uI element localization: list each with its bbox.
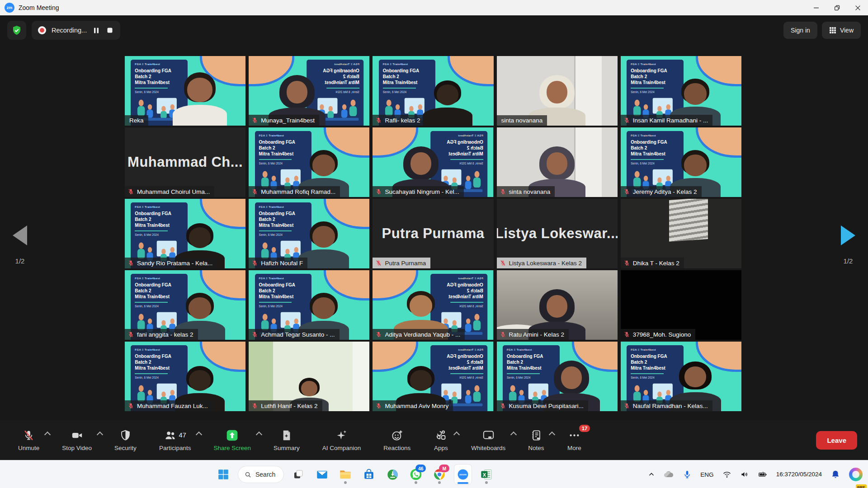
taskbar-file-explorer-icon[interactable]: [336, 464, 354, 485]
minimize-button[interactable]: [806, 0, 826, 15]
taskbar-microsoft-store-icon[interactable]: [360, 464, 378, 485]
security-button[interactable]: Security: [112, 428, 139, 452]
zoom-app-icon: zm: [5, 3, 14, 13]
participant-tile[interactable]: FGA ≡ Train4bestOnboarding FGA Batch 2Mi…: [373, 270, 493, 340]
muted-mic-icon: [500, 402, 506, 409]
meeting-security-shield-icon[interactable]: [7, 21, 26, 40]
hidden-icons-chevron[interactable]: [647, 470, 656, 479]
taskbar-whatsapp-icon[interactable]: 46: [407, 464, 425, 485]
unmute-button[interactable]: Unmute: [15, 428, 42, 452]
clock[interactable]: 16:37 20/05/2024: [775, 469, 823, 479]
camera-icon: [71, 429, 83, 441]
participant-tile[interactable]: FGA ≡ Train4bestOnboarding FGA Batch 2Mi…: [125, 342, 245, 411]
participant-tile[interactable]: FGA ≡ Train4bestOnboarding FGA Batch 2Mi…: [125, 270, 245, 340]
restore-button[interactable]: [826, 0, 847, 15]
participant-tile[interactable]: FGA ≡ Train4bestOnboarding FGA Batch 2Mi…: [373, 56, 493, 126]
ai-icon: [335, 429, 348, 441]
chevron-up-icon[interactable]: [510, 432, 517, 438]
participant-name-label: Hafizh Noufal F: [249, 258, 307, 268]
muted-mic-icon: [127, 331, 134, 338]
apps-button[interactable]: Apps: [430, 428, 451, 452]
share-icon: [226, 429, 238, 441]
participant-name-label: Muhammad Fauzan Luk...: [125, 400, 212, 411]
participant-tile[interactable]: sinta novanana: [497, 56, 618, 126]
chevron-up-icon[interactable]: [453, 432, 460, 438]
taskbar-task-view-icon[interactable]: [289, 464, 307, 485]
participant-gallery: FGA ≡ Train4bestOnboarding FGA Batch 2Mi…: [125, 56, 741, 411]
participant-tile[interactable]: Muhammad Ch...Muhammad Choirul Uma...: [125, 127, 245, 197]
participant-name-label: 37968_Moh. Sugiono: [621, 329, 695, 340]
shield-icon: [119, 429, 132, 441]
more-button[interactable]: 17More: [564, 428, 585, 452]
sign-in-button[interactable]: Sign in: [783, 22, 817, 39]
participant-tile[interactable]: Putra PurnamaPutra Purnama: [373, 199, 493, 268]
participant-tile[interactable]: FGA ≡ Train4bestOnboarding FGA Batch 2Mi…: [249, 127, 369, 197]
participant-tile[interactable]: Dhika T - Kelas 2: [621, 199, 741, 268]
stop-video-button[interactable]: Stop Video: [59, 428, 94, 452]
volume-icon[interactable]: [739, 469, 750, 480]
close-button[interactable]: [847, 0, 868, 15]
participant-tile[interactable]: FGA ≡ Train4bestOnboarding FGA Batch 2Mi…: [497, 342, 618, 411]
tray-time: 16:37: [776, 470, 792, 479]
participants-count: 47: [179, 432, 186, 439]
whiteboards-button[interactable]: Whiteboards: [468, 428, 508, 452]
next-page-button[interactable]: 1/2: [838, 225, 858, 265]
previous-page-button[interactable]: 1/2: [10, 225, 30, 265]
window-titlebar: zm Zoom Meeting: [0, 0, 868, 16]
recording-indicator: Recording...: [32, 21, 120, 40]
taskbar-chrome-icon[interactable]: M: [430, 464, 448, 485]
participant-name-label: Naufal Ramadhan - Kelas...: [621, 400, 712, 411]
summary-button[interactable]: Summary: [271, 428, 302, 452]
stop-recording-button[interactable]: [106, 26, 114, 34]
participant-name-label: Jeremy Aditya - Kelas 2: [621, 186, 702, 197]
chevron-up-icon[interactable]: [97, 432, 103, 438]
muted-mic-icon: [251, 402, 258, 409]
view-button[interactable]: View: [822, 22, 861, 39]
chevron-up-icon[interactable]: [44, 432, 51, 438]
taskbar-excel-icon[interactable]: X: [477, 464, 495, 485]
notes-button[interactable]: Notes: [525, 428, 547, 452]
taskbar-zoom-icon[interactable]: zoom: [454, 464, 472, 485]
participant-tile[interactable]: Luthfi Hanif - Kelas 2: [249, 342, 369, 411]
participant-tile[interactable]: FGA ≡ Train4bestOnboarding FGA Batch 2Mi…: [373, 127, 493, 197]
participant-tile[interactable]: FGA ≡ Train4bestOnboarding FGA Batch 2Mi…: [621, 127, 741, 197]
taskbar-search[interactable]: Search: [238, 466, 284, 483]
participant-tile[interactable]: FGA ≡ Train4bestOnboarding FGA Batch 2Mi…: [373, 342, 493, 411]
apps-icon: [435, 429, 447, 441]
participant-tile[interactable]: FGA ≡ Train4bestOnboarding FGA Batch 2Mi…: [249, 199, 369, 268]
participant-tile[interactable]: FGA ≡ Train4bestOnboarding FGA Batch 2Mi…: [621, 56, 741, 126]
onedrive-icon[interactable]: [662, 468, 675, 481]
participant-tile[interactable]: FGA ≡ Train4bestOnboarding FGA Batch 2Mi…: [249, 56, 369, 126]
taskbar-mail-icon[interactable]: [313, 464, 331, 485]
microphone-tray-icon[interactable]: [682, 469, 693, 480]
leave-button[interactable]: Leave: [816, 431, 857, 450]
language-indicator[interactable]: ENG: [699, 470, 714, 479]
participant-tile[interactable]: Listya Lokeswar...Listya Lokeswara - Kel…: [497, 199, 618, 268]
participant-tile[interactable]: FGA ≡ Train4bestOnboarding FGA Batch 2Mi…: [125, 56, 245, 126]
wifi-icon[interactable]: [722, 469, 732, 480]
chevron-up-icon[interactable]: [256, 432, 262, 438]
copilot-icon[interactable]: PRE: [848, 467, 863, 482]
taskbar-idm-icon[interactable]: [383, 464, 401, 485]
chevron-up-icon[interactable]: [196, 432, 202, 438]
participant-tile[interactable]: sinta novanana: [497, 127, 618, 197]
ai-companion-button[interactable]: AI Companion: [320, 428, 364, 452]
participant-tile[interactable]: 37968_Moh. Sugiono: [621, 270, 741, 340]
notification-bell-icon[interactable]: [830, 469, 841, 480]
chevron-up-icon[interactable]: [549, 432, 555, 438]
participant-tile[interactable]: FGA ≡ Train4bestOnboarding FGA Batch 2Mi…: [249, 270, 369, 340]
battery-icon[interactable]: [757, 469, 769, 480]
share-screen-button[interactable]: Share Screen: [211, 428, 254, 452]
people-icon: 47: [164, 429, 186, 441]
participant-video-person: [173, 72, 227, 126]
muted-mic-icon: [500, 331, 506, 338]
participant-tile[interactable]: FGA ≡ Train4bestOnboarding FGA Batch 2Mi…: [125, 199, 245, 268]
reactions-button[interactable]: Reactions: [381, 428, 413, 452]
recording-dot-icon: [38, 26, 46, 34]
pause-recording-button[interactable]: [92, 26, 100, 35]
participants-button[interactable]: 47Participants: [156, 428, 194, 452]
participant-tile[interactable]: Ratu Amini - Kelas 2: [497, 270, 618, 340]
windows-taskbar: Search46MzoomX ENG 16:37 20/: [0, 460, 868, 488]
participant-tile[interactable]: FGA ≡ Train4bestOnboarding FGA Batch 2Mi…: [621, 342, 741, 411]
taskbar-start-icon[interactable]: [214, 464, 232, 485]
